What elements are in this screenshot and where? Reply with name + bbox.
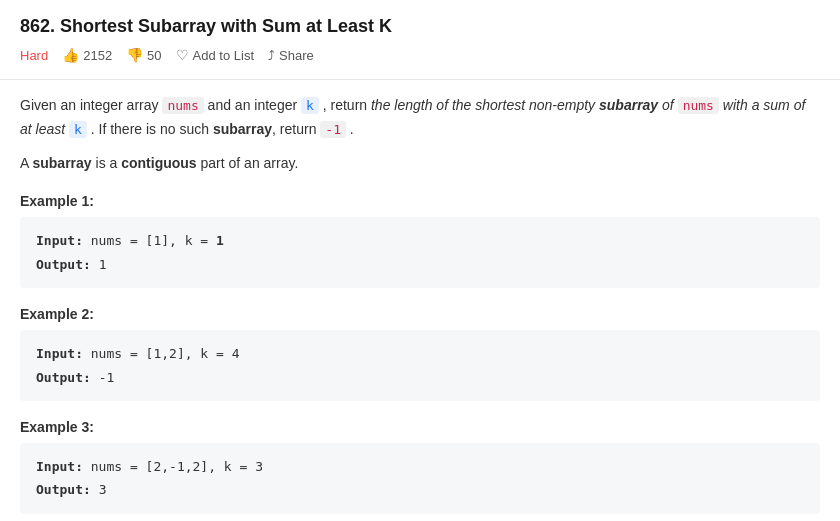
- add-to-list-label: Add to List: [193, 48, 254, 63]
- example-3-input: Input: nums = [2,-1,2], k = 3: [36, 455, 804, 478]
- nums-code2: nums: [678, 97, 719, 114]
- example-2-output: Output: -1: [36, 366, 804, 389]
- example-3-block: Input: nums = [2,-1,2], k = 3 Output: 3: [20, 443, 820, 514]
- header-divider: [0, 79, 840, 80]
- likes-count: 2152: [83, 48, 112, 63]
- example-3-output: Output: 3: [36, 478, 804, 501]
- example-2-block: Input: nums = [1,2], k = 4 Output: -1: [20, 330, 820, 401]
- desc-line1: Given an integer array nums and an integ…: [20, 94, 820, 142]
- problem-description: Given an integer array nums and an integ…: [20, 94, 820, 175]
- add-to-list-button[interactable]: ♡ Add to List: [176, 47, 254, 63]
- example-3-title: Example 3:: [20, 419, 820, 435]
- dislikes-count: 50: [147, 48, 161, 63]
- thumbs-down-icon: 👎: [126, 47, 143, 63]
- problem-title: 862. Shortest Subarray with Sum at Least…: [20, 16, 820, 37]
- meta-bar: Hard 👍 2152 👎 50 ♡ Add to List ⤴ Share: [20, 47, 820, 63]
- heart-icon: ♡: [176, 47, 189, 63]
- thumbs-up-icon: 👍: [62, 47, 79, 63]
- example-1-input: Input: nums = [1], k = 1: [36, 229, 804, 252]
- k-code2: k: [69, 121, 87, 138]
- desc-line2: A subarray is a contiguous part of an ar…: [20, 152, 820, 176]
- likes-button[interactable]: 👍 2152: [62, 47, 112, 63]
- dislikes-button[interactable]: 👎 50: [126, 47, 161, 63]
- k-code: k: [301, 97, 319, 114]
- difficulty-badge: Hard: [20, 48, 48, 63]
- share-icon: ⤴: [268, 48, 275, 63]
- nums-code: nums: [162, 97, 203, 114]
- example-1-output: Output: 1: [36, 253, 804, 276]
- example-1-title: Example 1:: [20, 193, 820, 209]
- example-2-input: Input: nums = [1,2], k = 4: [36, 342, 804, 365]
- minus1-code: -1: [320, 121, 346, 138]
- example-1-block: Input: nums = [1], k = 1 Output: 1: [20, 217, 820, 288]
- example-2-title: Example 2:: [20, 306, 820, 322]
- share-label: Share: [279, 48, 314, 63]
- share-button[interactable]: ⤴ Share: [268, 48, 314, 63]
